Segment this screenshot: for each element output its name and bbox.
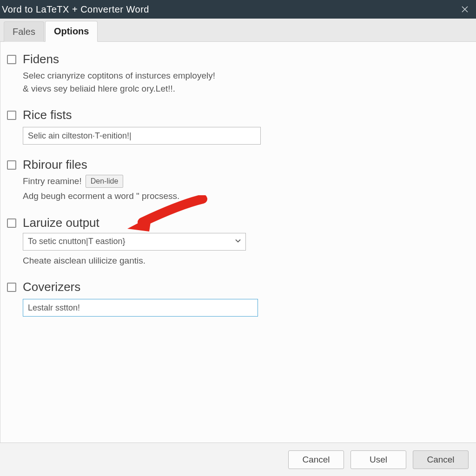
fidens-title: Fidens [23, 52, 467, 66]
laruize-desc: Cheate aisclean ulilicize gantis. [23, 254, 467, 267]
section-rice-fists: Rice fists [7, 108, 467, 145]
fidens-checkbox[interactable] [7, 55, 16, 64]
coverizers-title: Coverizers [23, 280, 467, 294]
tab-bar: Fales Options [0, 19, 476, 42]
rbirour-inline-label: Fintry reamine! [23, 176, 82, 186]
cancel-button-1[interactable]: Cancel [288, 450, 344, 469]
window-title: Vord to LaTeTX + Converter Word [0, 4, 458, 15]
laruize-title: Laruize output [23, 216, 467, 230]
section-laruize: Laruize output To setic cnutton|T eastio… [7, 216, 467, 267]
section-coverizers: Coverizers [7, 280, 467, 317]
den-lide-button[interactable]: Den-lide [86, 175, 124, 188]
laruize-select-value: To setic cnutton|T eastion} [28, 237, 125, 246]
section-fidens: Fidens Selec crianyrize coptitons of ins… [7, 52, 467, 95]
rbirour-title: Rbirour files [23, 158, 467, 172]
close-icon[interactable] [458, 3, 471, 16]
dialog-window: Vord to LaTeTX + Converter Word Fales Op… [0, 0, 476, 476]
options-panel: Fidens Selec crianyrize coptitons of ins… [0, 42, 476, 443]
titlebar: Vord to LaTeTX + Converter Word [0, 0, 476, 19]
rice-fists-input[interactable] [23, 127, 261, 145]
laruize-select[interactable]: To setic cnutton|T eastion} [23, 233, 246, 251]
section-rbirour: Rbirour files Fintry reamine! Den-lide A… [7, 158, 467, 203]
coverizers-input[interactable] [23, 299, 258, 317]
tab-options[interactable]: Options [45, 21, 98, 42]
rbirour-checkbox[interactable] [7, 160, 16, 170]
rice-fists-checkbox[interactable] [7, 111, 16, 120]
tab-files[interactable]: Fales [4, 21, 44, 42]
use-button[interactable]: Usel [350, 450, 406, 469]
rice-fists-title: Rice fists [23, 108, 467, 122]
laruize-checkbox[interactable] [7, 218, 16, 228]
rbirour-desc: Adg beugh ecorment a word " procsess. [23, 190, 467, 203]
fidens-desc: Selec crianyrize coptitons of insturces … [23, 69, 467, 95]
cancel-button-2[interactable]: Cancel [413, 450, 469, 469]
coverizers-checkbox[interactable] [7, 283, 16, 292]
dialog-footer: Cancel Usel Cancel [0, 443, 476, 476]
